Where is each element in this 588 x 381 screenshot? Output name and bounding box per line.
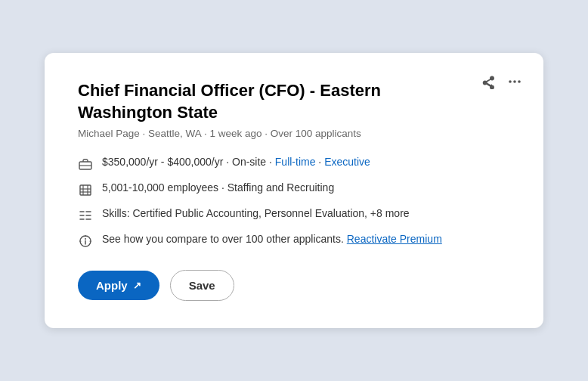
svg-point-2	[518, 80, 521, 83]
svg-point-0	[509, 80, 512, 83]
apply-label: Apply	[96, 279, 128, 292]
company-size-text: 5,001-10,000 employees · Staffing and Re…	[102, 181, 334, 194]
post-time: 1 week ago	[209, 128, 262, 139]
company-name: Michael Page	[78, 128, 140, 139]
building-icon	[78, 182, 93, 197]
separator3: ·	[265, 128, 271, 139]
save-button[interactable]: Save	[170, 270, 234, 301]
more-options-button[interactable]	[507, 74, 522, 89]
applicant-count: Over 100 applicants	[271, 128, 361, 139]
skills-text: Skills: Certified Public Accounting, Per…	[102, 207, 410, 219]
svg-rect-5	[80, 185, 91, 195]
skills-icon	[78, 208, 93, 223]
job-type: Full-time	[275, 156, 316, 168]
button-row: Apply ↗ Save	[78, 270, 510, 301]
insight-icon	[78, 234, 93, 249]
company-size-row: 5,001-10,000 employees · Staffing and Re…	[78, 181, 510, 197]
job-card: Chief Financial Officer (CFO) - Eastern …	[45, 53, 543, 328]
salary-row: $350,000/yr - $400,000/yr · On-site · Fu…	[78, 156, 510, 172]
premium-row: See how you compare to over 100 other ap…	[78, 233, 510, 249]
job-level: Executive	[324, 156, 370, 168]
briefcase-icon	[78, 156, 93, 172]
info-rows: $350,000/yr - $400,000/yr · On-site · Fu…	[78, 156, 510, 249]
job-subtitle: Michael Page · Seattle, WA · 1 week ago …	[78, 128, 510, 139]
svg-point-17	[85, 238, 86, 240]
save-label: Save	[189, 279, 215, 292]
share-button[interactable]	[481, 74, 497, 89]
apply-button[interactable]: Apply ↗	[78, 271, 159, 300]
separator1: ·	[143, 128, 149, 139]
reactivate-premium-link[interactable]: Reactivate Premium	[347, 233, 442, 245]
salary-text: $350,000/yr - $400,000/yr · On-site · Fu…	[102, 156, 370, 168]
card-actions	[481, 74, 522, 89]
job-title: Chief Financial Officer (CFO) - Eastern …	[78, 80, 510, 123]
skills-row: Skills: Certified Public Accounting, Per…	[78, 207, 510, 223]
premium-text: See how you compare to over 100 other ap…	[102, 233, 442, 245]
job-location: Seattle, WA	[148, 128, 201, 139]
svg-point-1	[513, 80, 516, 83]
external-link-icon: ↗	[133, 280, 141, 291]
